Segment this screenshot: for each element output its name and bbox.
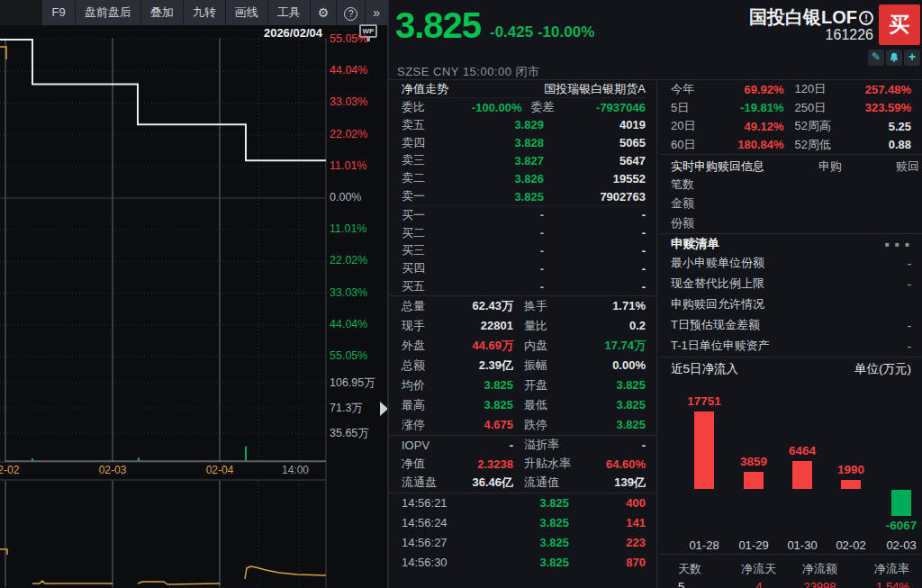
percent-tick-label: 55.05% <box>330 32 385 45</box>
percent-tick-label: 33.03% <box>330 95 385 108</box>
price-change: -0.425 -10.00% <box>490 23 594 41</box>
net-inflow-x-labels: 01-2801-2901-3002-0202-03 <box>671 538 911 554</box>
weicha-value: -7937046 <box>569 101 646 114</box>
percent-tick-label: 44.04% <box>330 318 385 330</box>
ask-level-label: 卖二 <box>402 170 445 186</box>
tick-price: 3.825 <box>483 496 569 510</box>
alert-bell-icon[interactable] <box>886 50 902 66</box>
ask-queue: 卖五3.8294019卖四3.8285065卖三3.8275647卖二3.826… <box>402 116 646 205</box>
perf-label: 20日 <box>671 118 710 134</box>
ask-row: 卖一3.8257902763 <box>402 187 646 205</box>
bid-volume: - <box>544 262 646 276</box>
stat: 外盘44.69万内盘17.74万 <box>402 336 646 356</box>
more-dots-icon[interactable]: ■ ■ ■ <box>885 240 911 249</box>
inflow-footer-value: 5 <box>671 580 728 588</box>
stat-label: 内盘 <box>513 338 571 354</box>
time-tick-label: 02-03 <box>86 464 140 476</box>
stat-label: 外盘 <box>402 338 448 354</box>
stat-value: 3.825 <box>571 418 646 431</box>
redeem-row: 申购赎回允许情况 <box>671 294 911 315</box>
ask-price: 3.828 <box>445 136 544 149</box>
stat-label: 现手 <box>402 318 448 334</box>
stat-label: 总量 <box>402 298 448 314</box>
stat-value: 3.825 <box>571 398 646 412</box>
redeem-row: 最小申赎单位份额- <box>671 253 911 274</box>
bid-row: 买四-- <box>402 259 646 277</box>
redeem-row: 现金替代比例上限- <box>671 274 911 294</box>
bid-level-label: 买五 <box>402 278 445 294</box>
inflow-x-label: 01-28 <box>677 538 731 552</box>
stat-label: 最高 <box>402 397 448 413</box>
bid-volume: - <box>544 244 646 258</box>
perf-value: 323.59% <box>838 101 912 114</box>
redeem-row-value: - <box>908 339 911 353</box>
add-plus-icon[interactable]: + <box>904 50 920 66</box>
warning-icon[interactable]: ! <box>859 11 873 25</box>
perf-value: -19.81% <box>710 101 784 114</box>
percent-tick-label: 22.02% <box>330 128 385 140</box>
inflow-footer-headers: 天数净流天净流额净流率 <box>671 560 911 578</box>
bid-row: 买三-- <box>402 242 646 260</box>
net-inflow-summary: 天数净流天净流额净流率54239981.54% <box>658 555 922 588</box>
volume-tick-label: 71.3万 <box>330 401 385 416</box>
perf-value: 69.92% <box>710 83 784 96</box>
exchange-status: SZSE CNY 15:00:00 闭市 <box>397 64 540 80</box>
iopv-label: 溢折率 <box>513 437 583 453</box>
inflow-x-label: 02-03 <box>874 538 922 552</box>
iopv: 流通盘36.46亿流通值139亿 <box>402 474 646 493</box>
bid-queue: 买一--买二--买三--买四--买五-- <box>402 206 646 295</box>
redeem-row-label: 最小申赎单位份额 <box>671 255 908 271</box>
redeem-rows: 最小申赎单位份额-现金替代比例上限-申购赎回允许情况T日预估现金差额-T-1日单… <box>671 253 911 357</box>
iopv-label: IOPV <box>402 439 454 452</box>
stat-value: 0.2 <box>571 319 646 332</box>
stat: 均价3.825开盘3.825 <box>402 375 646 395</box>
redeem-row: T-1日单位申赎资产- <box>671 336 911 357</box>
bid-row: 买二-- <box>402 224 646 242</box>
ask-price: 3.826 <box>445 172 544 185</box>
stat-value: 1.71% <box>571 299 646 312</box>
inflow-footer-header: 净流额 <box>790 561 851 577</box>
ask-level-label: 卖一 <box>402 188 445 204</box>
edit-pencil-icon[interactable]: ✎ <box>868 50 884 66</box>
redeem-col-header: 赎回 <box>842 158 919 175</box>
stat-value: 44.69万 <box>448 338 513 354</box>
weibi-label: 委比 <box>402 99 445 115</box>
perf-value: 0.88 <box>838 138 912 151</box>
security-name: 国投白银LOF! <box>749 5 873 30</box>
ask-row: 卖二3.82619552 <box>402 169 646 187</box>
perf-label: 5日 <box>671 100 710 116</box>
perf-value: 257.48% <box>838 83 912 96</box>
ask-row: 卖四3.8285065 <box>402 134 646 152</box>
inflow-bar-value: 17751 <box>675 394 733 408</box>
percent-tick-label: 11.01% <box>330 159 385 172</box>
inflow-x-label: 01-30 <box>775 538 829 552</box>
perf-label: 今年 <box>671 81 710 97</box>
percent-tick-label: 55.05% <box>330 349 385 362</box>
buy-button[interactable]: 买 <box>879 5 920 45</box>
stat-label: 振幅 <box>513 357 571 374</box>
inflow-bar <box>744 472 764 489</box>
tick-volume: 141 <box>569 516 646 529</box>
subscribe-row: 份额 <box>671 213 911 233</box>
iopv: 净值2.3238升贴水率64.60% <box>402 455 646 474</box>
ask-volume: 7902763 <box>544 190 646 204</box>
iopv-value: - <box>454 439 513 452</box>
bid-price: - <box>445 280 544 294</box>
nav-trend-link[interactable]: 净值走势 <box>402 81 544 97</box>
stat-value: 2.39亿 <box>448 357 513 374</box>
stat: 现手22801量比0.2 <box>402 316 646 336</box>
time-sales-section: 14:56:213.82540014:56:243.82514114:56:27… <box>389 493 656 573</box>
inflow-bar <box>694 412 714 489</box>
subscribe-row: 笔数 <box>671 175 911 194</box>
tick-row: 14:56:243.825141 <box>402 513 646 533</box>
perf-label: 60日 <box>671 137 710 153</box>
order-book-column: 净值走势 国投瑞银白银期货A 委比 -100.00% 委差 -7937046 卖… <box>389 80 656 588</box>
redeem-row-label: 现金替代比例上限 <box>671 276 908 292</box>
tick-time: 14:56:27 <box>402 536 483 549</box>
tick-time: 14:56:21 <box>402 496 483 510</box>
stat-value: 17.74万 <box>571 338 646 354</box>
inflow-bar <box>891 490 911 516</box>
volume-tick-label: 106.95万 <box>330 375 385 391</box>
perf-label: 250日 <box>784 100 838 116</box>
bid-volume: - <box>544 280 646 294</box>
